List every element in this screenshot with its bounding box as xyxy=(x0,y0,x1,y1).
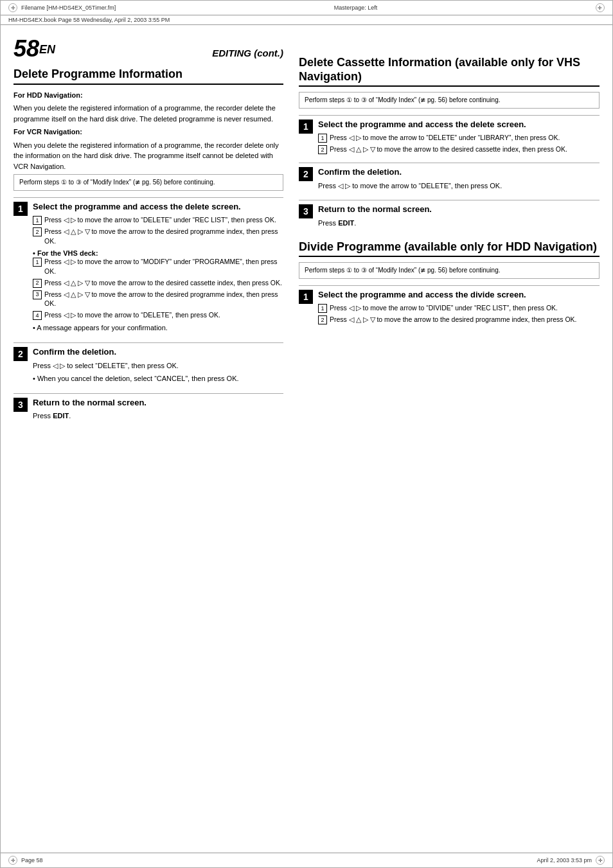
right-step2-content: Confirm the deletion. Press ◁ ▷ to move … xyxy=(318,167,502,193)
corner-mark-bottomright: ✛ xyxy=(596,856,605,865)
left-step3-text: Press EDIT. xyxy=(33,411,147,421)
bullet-note: • A message appears for your confirmatio… xyxy=(33,323,283,333)
corner-mark-topleft: ✛ xyxy=(8,3,17,12)
left-bullet-2: 2 Press ◁ △ ▷ ▽ to move the arrow to the… xyxy=(33,278,283,288)
left-step2-text: Press ◁ ▷ to select “DELETE”, then press… xyxy=(33,360,239,371)
left-step1-block: 1 Select the programme and access the de… xyxy=(13,197,283,336)
right-step1-content: Select the programme and access the dele… xyxy=(318,120,567,156)
right-note-box2: Perform steps ① to ③ of “Modify Index” (… xyxy=(299,262,600,279)
footer-bar: ✛ Page 58 April 2, 2003 3:53 pm ✛ xyxy=(1,853,612,867)
right-step4-title: Select the programme and access the divi… xyxy=(318,290,577,301)
right-step1-number: 1 xyxy=(299,120,313,134)
right-step3-number: 3 xyxy=(299,204,313,218)
left-step2-note: • When you cancel the deletion, select “… xyxy=(33,373,239,384)
right-step3-title: Return to the normal screen. xyxy=(318,204,432,215)
right-note-box1: Perform steps ① to ③ of “Modify Index” (… xyxy=(299,92,600,109)
right-step2-title: Confirm the deletion. xyxy=(318,167,502,178)
page-header: 58EN EDITING (cont.) xyxy=(13,35,283,62)
content-area: 58EN EDITING (cont.) Delete Programme In… xyxy=(1,25,612,441)
top-bar: ✛ Filename [HM-HDS4EX_05Timer.fm] Master… xyxy=(1,1,612,15)
vcr-nav-text: When you delete the registered informati… xyxy=(13,140,283,172)
left-note-box: Perform steps ① to ③ of “Modify Index” (… xyxy=(13,174,283,191)
right-note2-text: Perform steps ① to ③ of “Modify Index” (… xyxy=(305,267,500,274)
section-title-right: EDITING (cont.) xyxy=(212,48,283,58)
left-column: 58EN EDITING (cont.) Delete Programme In… xyxy=(13,35,283,430)
page-outer: ✛ Filename [HM-HDS4EX_05Timer.fm] Master… xyxy=(0,0,613,868)
bookref-label: HM-HDS4EX.book Page 58 Wednesday, April … xyxy=(8,17,170,23)
right-section-title1: Delete Cassette Information (available o… xyxy=(299,56,600,87)
right-step3-block: 3 Return to the normal screen. Press EDI… xyxy=(299,200,600,231)
left-bullet-1: 1 Press ◁ ▷ to move the arrow to “MODIFY… xyxy=(33,257,283,276)
right-substep-4-1: 1 Press ◁ ▷ to move the arrow to “DIVIDE… xyxy=(318,303,577,313)
en-suffix: EN xyxy=(39,43,55,56)
masterpage-label: Masterpage: Left xyxy=(334,4,378,11)
left-step1-content: Select the programme and access the dele… xyxy=(33,202,283,336)
right-step2-block: 2 Confirm the deletion. Press ◁ ▷ to mov… xyxy=(299,163,600,193)
left-bullet-4: 4 Press ◁ ▷ to move the arrow to “DELETE… xyxy=(33,310,283,320)
right-step1-block: 1 Select the programme and access the de… xyxy=(299,115,600,156)
top-bar-left: ✛ Filename [HM-HDS4EX_05Timer.fm] xyxy=(8,3,116,12)
corner-mark-bottomleft: ✛ xyxy=(8,856,17,865)
page-number-area: 58EN xyxy=(13,35,55,62)
meta-bar: HM-HDS4EX.book Page 58 Wednesday, April … xyxy=(1,15,612,25)
right-step3-content: Return to the normal screen. Press EDIT. xyxy=(318,204,432,231)
left-substep-1-2: 2 Press ◁ △ ▷ ▽ to move the arrow to the… xyxy=(33,227,283,245)
corner-mark-topright: ✛ xyxy=(596,3,605,12)
right-section-title2: Divide Programme (available only for HDD… xyxy=(299,240,600,258)
right-step3-text: Press EDIT. xyxy=(318,218,432,229)
right-step4-block: 1 Select the programme and access the di… xyxy=(299,285,600,326)
left-section-title: Delete Programme Information xyxy=(13,67,283,85)
right-step2-text: Press ◁ ▷ to move the arrow to “DELETE”,… xyxy=(318,181,502,191)
footer-date: April 2, 2003 3:53 pm xyxy=(537,857,592,864)
left-substep-1-1: 1 Press ◁ ▷ to move the arrow to “DELETE… xyxy=(33,215,283,225)
left-step1-substeps: 1 Press ◁ ▷ to move the arrow to “DELETE… xyxy=(33,215,283,245)
left-step3-title: Return to the normal screen. xyxy=(33,398,147,409)
left-bullet-3: 3 Press ◁ △ ▷ ▽ to move the arrow to the… xyxy=(33,290,283,308)
left-step3-number: 3 xyxy=(13,398,28,412)
left-step2-number: 2 xyxy=(13,347,28,361)
left-step3-content: Return to the normal screen. Press EDIT. xyxy=(33,398,147,424)
vcr-nav-label: For VCR Navigation: xyxy=(13,127,283,137)
bullet-head: • For the VHS deck: xyxy=(33,249,283,257)
right-column: Delete Cassette Information (available o… xyxy=(299,35,600,430)
filename-label: Filename [HM-HDS4EX_05Timer.fm] xyxy=(21,4,116,11)
page-number: 58 xyxy=(13,35,39,62)
left-step3-block: 3 Return to the normal screen. Press EDI… xyxy=(13,393,283,424)
right-step4-substeps: 1 Press ◁ ▷ to move the arrow to “DIVIDE… xyxy=(318,303,577,324)
right-step4-number: 1 xyxy=(299,290,313,304)
left-bullet-section: • For the VHS deck: 1 Press ◁ ▷ to move … xyxy=(33,249,283,333)
hdd-nav-text: When you delete the registered informati… xyxy=(13,103,283,124)
left-step2-content: Confirm the deletion. Press ◁ ▷ to selec… xyxy=(33,347,239,387)
hdd-nav-label: For HDD Navigation: xyxy=(13,90,283,101)
right-step4-content: Select the programme and access the divi… xyxy=(318,290,577,326)
footer-page: Page 58 xyxy=(21,857,43,864)
right-step2-number: 2 xyxy=(299,167,313,181)
right-substep-4-2: 2 Press ◁ △ ▷ ▽ to move the arrow to the… xyxy=(318,315,577,324)
right-substep-1-2: 2 Press ◁ △ ▷ ▽ to move the arrow to the… xyxy=(318,145,567,154)
right-step1-substeps: 1 Press ◁ ▷ to move the arrow to “DELETE… xyxy=(318,133,567,154)
left-step2-title: Confirm the deletion. xyxy=(33,347,239,358)
right-substep-1-1: 1 Press ◁ ▷ to move the arrow to “DELETE… xyxy=(318,133,567,143)
right-step1-title: Select the programme and access the dele… xyxy=(318,120,567,130)
left-note-text: Perform steps ① to ③ of “Modify Index” (… xyxy=(19,179,215,186)
left-step2-block: 2 Confirm the deletion. Press ◁ ▷ to sel… xyxy=(13,342,283,387)
right-note1-text: Perform steps ① to ③ of “Modify Index” (… xyxy=(305,96,500,103)
left-step1-title: Select the programme and access the dele… xyxy=(33,202,283,213)
left-step1-number: 1 xyxy=(13,202,28,216)
